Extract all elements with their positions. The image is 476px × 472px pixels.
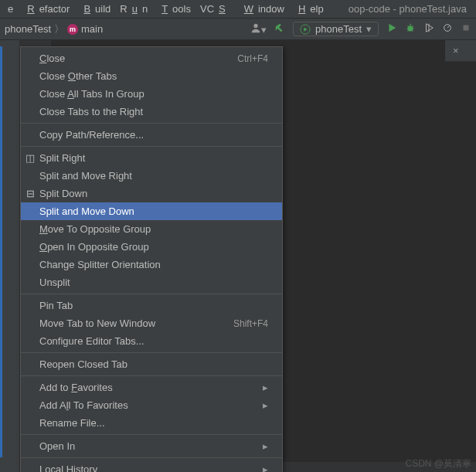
submenu-arrow-icon: ▸ [263, 382, 268, 393]
breadcrumb-file[interactable]: phoneTest [5, 23, 51, 35]
separator [21, 146, 282, 147]
menu-change-splitter[interactable]: Change Splitter Orientation [21, 256, 282, 273]
tab-context-menu: CloseCtrl+F4 Close Other Tabs Close All … [20, 46, 283, 472]
toolbar: ▾ phoneTest ▾ [250, 22, 471, 36]
menu-open-opposite[interactable]: Open In Opposite Group [21, 238, 282, 256]
menu-add-all-favorites[interactable]: Add All To Favorites▸ [21, 396, 282, 414]
split-down-icon: ⊟ [24, 188, 36, 199]
menu-unsplit[interactable]: Unsplit [21, 273, 282, 291]
menu-move-new-window[interactable]: Move Tab to New WindowShift+F4 [21, 314, 282, 332]
menubar: e Refactor Build Run Tools VCS Window He… [0, 0, 476, 19]
menu-reopen-closed[interactable]: Reopen Closed Tab [21, 355, 282, 373]
separator [21, 457, 282, 458]
menu-item[interactable]: Window [235, 2, 289, 16]
method-icon: m [67, 24, 78, 35]
menu-item[interactable]: Refactor [18, 2, 74, 16]
svg-rect-4 [464, 25, 469, 31]
menu-item[interactable]: VCS [196, 2, 235, 16]
menu-move-opposite[interactable]: Move To Opposite Group [21, 220, 282, 238]
stop-icon[interactable] [461, 22, 471, 36]
menu-split-move-right[interactable]: Split and Move Right [21, 167, 282, 185]
menu-item[interactable]: Tools [152, 2, 196, 16]
close-icon[interactable]: × [445, 45, 467, 56]
menu-item[interactable]: Build [74, 2, 115, 16]
submenu-arrow-icon: ▸ [263, 440, 268, 452]
menu-item[interactable]: Run [115, 2, 152, 16]
menu-pin-tab[interactable]: Pin Tab [21, 297, 282, 314]
menu-configure-tabs[interactable]: Configure Editor Tabs... [21, 332, 282, 350]
user-icon[interactable]: ▾ [250, 22, 267, 36]
menu-split-down[interactable]: ⊟Split Down [21, 185, 282, 202]
separator [21, 294, 282, 294]
coverage-icon[interactable] [423, 22, 434, 36]
separator [21, 375, 282, 376]
breadcrumb-method[interactable]: main [81, 23, 103, 35]
separator [21, 352, 282, 353]
menu-close-all-group[interactable]: Close All Tabs In Group [21, 85, 282, 103]
debug-icon[interactable] [405, 22, 416, 36]
split-right-icon: ◫ [24, 152, 36, 164]
breadcrumb-separator-icon: 〉 [54, 22, 64, 36]
menu-add-favorites[interactable]: Add to Favorites▸ [21, 379, 282, 396]
svg-point-0 [253, 24, 257, 28]
tab-bar: × [445, 40, 476, 62]
menu-split-move-down[interactable]: Split and Move Down [21, 202, 282, 220]
profile-icon[interactable] [442, 22, 453, 36]
menu-open-in[interactable]: Open In▸ [21, 437, 282, 455]
menu-rename-file[interactable]: Rename File... [21, 414, 282, 432]
window-title: oop-code - phoneTest.java [344, 2, 471, 16]
menu-close[interactable]: CloseCtrl+F4 [21, 49, 282, 67]
separator [21, 123, 282, 124]
menu-close-right[interactable]: Close Tabs to the Right [21, 103, 282, 121]
menu-split-right[interactable]: ◫Split Right [21, 149, 282, 167]
submenu-arrow-icon: ▸ [263, 464, 268, 472]
menu-local-history[interactable]: Local History▸ [21, 460, 282, 472]
run-config-selector[interactable]: phoneTest ▾ [293, 22, 379, 36]
run-icon[interactable] [386, 22, 397, 36]
menu-copy-path[interactable]: Copy Path/Reference... [21, 126, 282, 144]
navigation-bar: phoneTest 〉 m main ▾ phoneTest ▾ [0, 19, 476, 40]
tool-window-stripe[interactable] [0, 40, 20, 472]
separator [21, 434, 282, 435]
submenu-arrow-icon: ▸ [263, 399, 268, 411]
menu-item[interactable]: e [3, 2, 18, 16]
menu-item[interactable]: Help [289, 2, 328, 16]
menu-close-other[interactable]: Close Other Tabs [21, 67, 282, 85]
build-icon[interactable] [274, 22, 285, 36]
tool-window-accent [0, 46, 2, 457]
